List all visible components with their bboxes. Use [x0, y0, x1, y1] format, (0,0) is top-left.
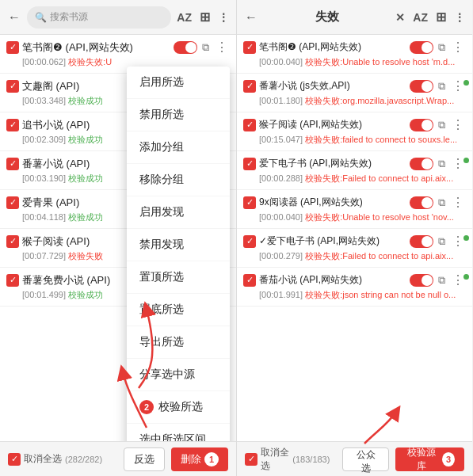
more-icon-right[interactable]: ⋮ [452, 8, 467, 27]
menu-item-pin-bottom[interactable]: 置底所选 [127, 294, 230, 326]
badge-1: 1 [204, 452, 219, 466]
r-edit-icon-6[interactable]: ⧉ [437, 274, 447, 287]
r-more-icon-0[interactable]: ⋮ [450, 40, 466, 55]
search-placeholder: 搜索书源 [50, 10, 88, 24]
more-icon-left[interactable]: ⋮ [216, 8, 231, 27]
left-content: 笔书阁❷ (API,网站失效) ⧉ ⋮ [00:00.062] 校验失效:U [0, 35, 236, 441]
r-time-6: [00:01.991] [259, 290, 303, 299]
r-checkbox-4[interactable] [243, 196, 256, 209]
sort-icon-left[interactable]: ⊞ [197, 6, 212, 28]
menu-item-pin-top[interactable]: 置顶所选 [127, 261, 230, 294]
r-edit-icon-3[interactable]: ⧉ [437, 158, 447, 170]
r-edit-icon-2[interactable]: ⧉ [437, 119, 447, 131]
list-item: 番薯小说 (js失效,API) ⧉ ⋮ [00:01.180] 校验失败:org… [237, 74, 472, 112]
dot-green-6 [463, 274, 469, 280]
r-status-6: 校验失败:json string can not be null o... [305, 290, 456, 299]
menu-item-disable-all[interactable]: 禁用所选 [127, 99, 230, 131]
r-checkbox-5[interactable] [243, 235, 256, 248]
menu-item-enable-discover[interactable]: 启用发现 [127, 196, 230, 229]
close-icon-right[interactable]: ✕ [393, 8, 407, 27]
badge-2: 2 [139, 400, 154, 414]
r-source-name-1: 番薯小说 (js失效,API) [259, 79, 406, 93]
r-status-2: 校验失败:failed to connect to souxs.le... [305, 135, 457, 144]
r-edit-icon-0[interactable]: ⧉ [437, 41, 447, 54]
list-item: 笔书阁❷ (API,网站失效) ⧉ ⋮ [00:00.040] 校验失败:Una… [237, 35, 472, 74]
dot-green-3 [463, 158, 469, 163]
list-item: 爱下电子书 (API,网站失效) ⧉ ⋮ [00:00.288] 校验失败:Fa… [237, 151, 472, 190]
menu-item-export[interactable]: 导出所选 [127, 326, 230, 359]
r-toggle-3[interactable] [410, 158, 433, 170]
search-bar[interactable]: 🔍 搜索书源 [27, 6, 171, 29]
back-icon-right[interactable]: ← [242, 7, 261, 28]
r-source-name-5: ✓爱下电子书 (API,网站失效) [259, 234, 406, 248]
az-btn-right[interactable]: AZ [410, 8, 430, 27]
r-edit-icon-5[interactable]: ⧉ [437, 235, 447, 248]
right-source-list: 笔书阁❷ (API,网站失效) ⧉ ⋮ [00:00.040] 校验失败:Una… [237, 35, 472, 441]
left-panel: ← 🔍 搜索书源 AZ ⊞ ⋮ 笔书阁❷ (API,网站失效) ⧉ ⋮ [0, 0, 236, 476]
r-toggle-2[interactable] [410, 119, 433, 131]
r-source-name-0: 笔书阁❷ (API,网站失效) [259, 40, 406, 54]
dot-green-5 [463, 235, 469, 241]
btn-inverse[interactable]: 反选 [124, 447, 165, 471]
r-time-0: [00:00.040] [259, 57, 303, 67]
count-right: (183/183) [292, 455, 330, 464]
r-status-3: 校验失败:Failed to connect to api.aix... [305, 173, 453, 183]
right-panel: ← 失效 ✕ AZ ⊞ ⋮ 笔书阁❷ (API,网站失效) ⧉ ⋮ [00:00… [236, 0, 472, 476]
list-item: 9x阅读器 (API,网站失效) ⧉ ⋮ [00:00.040] 校验失败:Un… [237, 190, 472, 229]
r-edit-icon-1[interactable]: ⧉ [437, 80, 447, 93]
btn-check-source[interactable]: 校验源库 3 [395, 447, 464, 471]
list-item: 番茄小说 (API,网站失效) ⧉ ⋮ [00:01.991] 校验失败:jso… [237, 268, 472, 307]
r-toggle-1[interactable] [410, 80, 433, 93]
menu-item-remove-group[interactable]: 移除分组 [127, 164, 230, 196]
r-checkbox-6[interactable] [243, 274, 256, 287]
r-time-1: [00:01.180] [259, 96, 303, 105]
back-icon-left[interactable]: ← [5, 7, 24, 28]
right-header: ← 失效 ✕ AZ ⊞ ⋮ [237, 0, 472, 35]
footer-checkbox-left[interactable] [8, 453, 21, 466]
right-title: 失效 [264, 10, 390, 25]
r-edit-icon-4[interactable]: ⧉ [437, 196, 447, 209]
r-toggle-4[interactable] [410, 196, 433, 209]
r-checkbox-2[interactable] [243, 119, 256, 131]
menu-item-enable-all[interactable]: 启用所选 [127, 67, 230, 99]
footer-checkbox-right[interactable] [245, 453, 257, 466]
btn-public[interactable]: 公众选 [342, 447, 388, 471]
az-btn-left[interactable]: AZ [174, 8, 194, 27]
cancel-all-left[interactable]: 取消全选 (282/282) [8, 452, 102, 466]
left-footer: 取消全选 (282/282) 反选 删除 1 [0, 441, 236, 476]
dot-green-1 [463, 80, 469, 86]
delete-label: 删除 [181, 452, 201, 466]
menu-item-share[interactable]: 分享选中源 [127, 359, 230, 391]
menu-item-add-group[interactable]: 添加分组 [127, 131, 230, 164]
list-item: 猴子阅读 (API,网站失效) ⧉ ⋮ [00:15.047] 校验失败:fai… [237, 112, 472, 151]
r-time-5: [00:00.279] [259, 251, 303, 261]
r-status-0: 校验失败:Unable to resolve host 'm.d... [305, 57, 455, 67]
r-source-name-2: 猴子阅读 (API,网站失效) [259, 118, 406, 131]
check-src-label: 校验源库 [405, 446, 439, 473]
r-checkbox-3[interactable] [243, 158, 256, 170]
r-source-name-6: 番茄小说 (API,网站失效) [259, 273, 406, 287]
cancel-label-left: 取消全选 [24, 452, 62, 466]
menu-item-select-range[interactable]: 选中所选区间 [127, 424, 230, 441]
r-toggle-6[interactable] [410, 274, 433, 287]
sort-icon-right[interactable]: ⊞ [433, 6, 448, 28]
r-more-icon-2[interactable]: ⋮ [450, 117, 466, 132]
menu-item-verify[interactable]: 2 校验所选 [127, 391, 230, 424]
r-checkbox-0[interactable] [243, 41, 256, 54]
r-status-5: 校验失败:Failed to connect to api.aix... [305, 251, 453, 261]
r-checkbox-1[interactable] [243, 80, 256, 93]
r-toggle-5[interactable] [410, 235, 433, 248]
cancel-all-right[interactable]: 取消全选 (183/183) [245, 446, 330, 473]
btn-delete[interactable]: 删除 1 [171, 447, 228, 471]
r-source-name-4: 9x阅读器 (API,网站失效) [259, 196, 406, 209]
r-source-name-3: 爱下电子书 (API,网站失效) [259, 157, 406, 170]
list-item: ✓爱下电子书 (API,网站失效) ⧉ ⋮ [00:00.279] 校验失败:F… [237, 229, 472, 268]
r-time-4: [00:00.040] [259, 212, 303, 222]
menu-item-disable-discover[interactable]: 禁用发现 [127, 229, 230, 261]
r-status-1: 校验失败:org.mozilla.javascript.Wrap... [305, 96, 454, 105]
left-header: ← 🔍 搜索书源 AZ ⊞ ⋮ [0, 0, 236, 35]
r-toggle-0[interactable] [410, 41, 433, 54]
r-more-icon-4[interactable]: ⋮ [450, 195, 466, 210]
badge-3: 3 [442, 452, 455, 466]
dropdown-overlay: 启用所选 禁用所选 添加分组 移除分组 启用发现 禁用发现 置顶所选 置底所选 … [0, 35, 236, 441]
